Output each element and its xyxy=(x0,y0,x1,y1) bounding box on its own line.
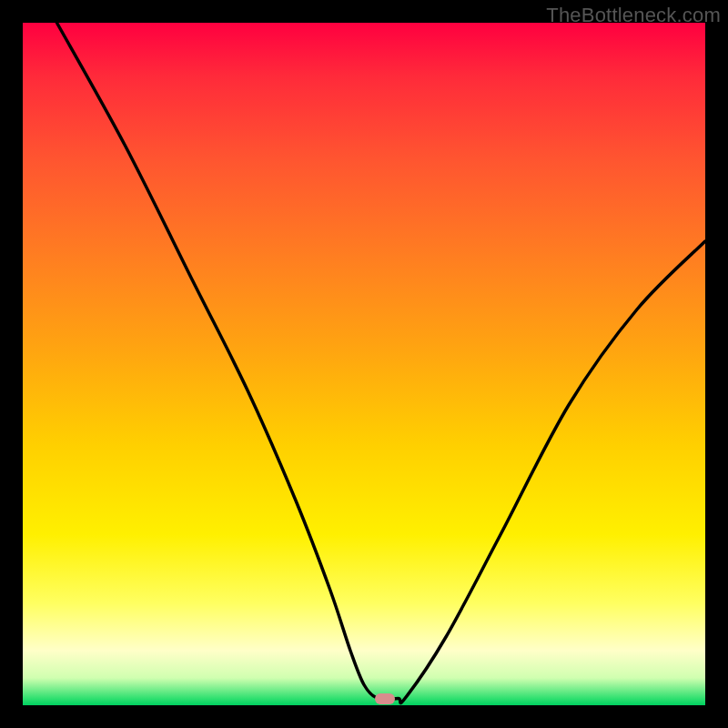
chart-frame: TheBottleneck.com xyxy=(0,0,728,728)
optimal-marker xyxy=(375,693,395,704)
plot-area xyxy=(23,23,705,705)
curve-svg xyxy=(23,23,705,705)
watermark-text: TheBottleneck.com xyxy=(546,4,721,27)
bottleneck-curve-path xyxy=(57,23,706,703)
